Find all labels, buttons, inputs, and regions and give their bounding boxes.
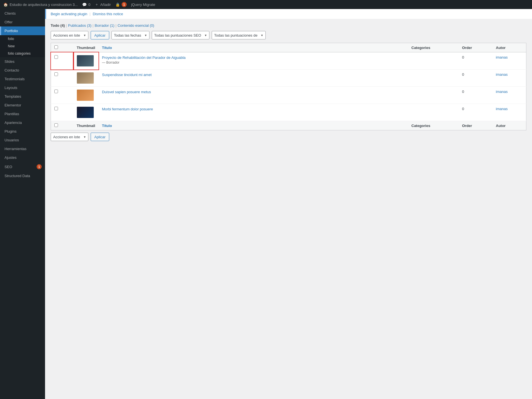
row-categories-cell: [408, 52, 459, 70]
table-row: Proyecto de Rehabilitación del Parador d…: [51, 52, 526, 70]
seo-scores-select[interactable]: Todas las puntuaciones SEO: [152, 31, 209, 39]
thumbnail-image: [77, 107, 94, 118]
author-link[interactable]: imanas: [496, 107, 508, 111]
row-order-cell: 0: [459, 104, 493, 121]
sidebar-item-apariencia[interactable]: Apariencia: [0, 118, 45, 127]
table-footer: Thumbnail Título Categories Order: [51, 121, 526, 130]
sidebar-item-testimonials[interactable]: Testimonials: [0, 75, 45, 83]
row-thumbnail-cell: [73, 70, 99, 87]
apply-button[interactable]: Aplicar: [91, 31, 109, 39]
col-footer-checkbox: [51, 121, 73, 130]
sidebar-item-new[interactable]: New: [0, 43, 45, 50]
row-checkbox[interactable]: [54, 107, 58, 110]
titulo-sort-link[interactable]: Título: [102, 46, 112, 50]
sidebar-item-elementor[interactable]: Elementor: [0, 101, 45, 110]
seo-scores-wrapper: Todas las puntuaciones SEO ▼: [152, 31, 209, 39]
filter-todo[interactable]: Todo (4): [51, 23, 65, 28]
select-all-footer-checkbox[interactable]: [54, 123, 58, 127]
author-link[interactable]: imanas: [496, 72, 508, 77]
sidebar-item-plugins[interactable]: Plugins: [0, 127, 45, 136]
site-name: Estudio de arquitectura y construccion 3…: [10, 3, 78, 7]
row-checkbox-cell: [51, 70, 73, 87]
sidebar-item-usuarios[interactable]: Usuarios: [0, 136, 45, 144]
table-row: Duisvel sapien posuere metus 0 imanas: [51, 87, 526, 104]
post-status: — Borrador: [102, 61, 119, 64]
sidebar-item-offer[interactable]: Offer: [0, 18, 45, 26]
sidebar-item-folio-categories[interactable]: folio categories: [0, 50, 45, 57]
row-thumbnail-cell: [73, 87, 99, 104]
sidebar-item-clients[interactable]: Clients: [0, 9, 45, 18]
sidebar-item-layouts[interactable]: Layouts: [0, 83, 45, 92]
author-link[interactable]: imanas: [496, 55, 508, 59]
post-title-link[interactable]: Proyecto de Rehabilitación del Parador d…: [102, 55, 185, 60]
col-header-autor: Autor: [493, 43, 526, 52]
thumbnail-image: [77, 90, 94, 101]
col-header-categories: Categories: [408, 43, 459, 52]
dismiss-notice-link[interactable]: Dismiss this notice: [93, 12, 123, 16]
row-title-cell: Suspendisse tincidunt mi amet: [99, 70, 408, 87]
post-title-link[interactable]: Duisvel sapien posuere metus: [102, 90, 151, 94]
tablenav-bottom: Acciones en lote ▼ Aplicar: [51, 133, 526, 141]
admin-bar: 🏠 Estudio de arquitectura y construccion…: [0, 0, 532, 9]
row-categories-cell: [408, 70, 459, 87]
adminbar-add[interactable]: ＋ Añadir: [95, 2, 111, 7]
col-footer-categories: Categories: [408, 121, 459, 130]
row-author-cell: imanas: [493, 104, 526, 121]
sidebar-item-folio[interactable]: folio: [0, 35, 45, 43]
sidebar-item-templates[interactable]: Templates: [0, 92, 45, 101]
sidebar-item-slides[interactable]: Slides: [0, 57, 45, 66]
filter-borrador[interactable]: Borrador (1): [95, 23, 114, 28]
thumbnail-image: [77, 72, 94, 84]
sidebar-item-contacto[interactable]: Contacto: [0, 66, 45, 75]
adminbar-comments[interactable]: 💬 0: [82, 3, 90, 7]
adminbar-home[interactable]: 🏠 Estudio de arquitectura y construccion…: [3, 3, 78, 7]
sidebar-item-portfolio[interactable]: Portfolio: [0, 26, 45, 35]
author-link[interactable]: imanas: [496, 90, 508, 94]
row-title-cell: Morbi fermentum dolor posuere: [99, 104, 408, 121]
titulo-sort-footer-link[interactable]: Título: [102, 124, 112, 128]
tablenav-top: Acciones en lote ▼ Aplicar Todas las fec…: [51, 31, 526, 39]
sidebar: Clients Offer Portfolio folio New folio …: [0, 9, 45, 399]
row-author-cell: imanas: [493, 87, 526, 104]
row-order-cell: 0: [459, 87, 493, 104]
row-author-cell: imanas: [493, 52, 526, 70]
row-checkbox[interactable]: [54, 72, 58, 76]
sidebar-item-ajustes[interactable]: Ajustes: [0, 153, 45, 162]
sidebar-item-plantillas[interactable]: Plantillas: [0, 110, 45, 118]
plugin-notice: Begin activating plugin | Dismiss this n…: [45, 9, 532, 19]
row-checkbox[interactable]: [54, 55, 58, 59]
select-all-checkbox[interactable]: [54, 45, 58, 49]
filter-publicados[interactable]: Publicados (3): [68, 23, 91, 28]
col-footer-titulo[interactable]: Título: [99, 121, 408, 130]
col-header-thumbnail: Thumbnail: [73, 43, 99, 52]
dates-select[interactable]: Todas las fechas: [111, 31, 149, 39]
col-header-titulo[interactable]: Título: [99, 43, 408, 52]
bulk-actions-bottom-wrapper: Acciones en lote ▼: [51, 133, 88, 141]
readability-select[interactable]: Todas las puntuaciones de: [212, 31, 266, 39]
post-title-link[interactable]: Morbi fermentum dolor posuere: [102, 107, 153, 111]
row-order-cell: 0: [459, 52, 493, 70]
row-checkbox[interactable]: [54, 90, 58, 93]
row-thumbnail-cell: [73, 52, 99, 70]
col-header-order: Order: [459, 43, 493, 52]
sidebar-item-herramientas[interactable]: Herramientas: [0, 144, 45, 153]
col-footer-order: Order: [459, 121, 493, 130]
table-body: Proyecto de Rehabilitación del Parador d…: [51, 52, 526, 121]
activate-plugin-link[interactable]: Begin activating plugin: [51, 12, 87, 16]
post-title-link[interactable]: Suspendisse tincidunt mi amet: [102, 73, 151, 77]
sidebar-item-structured-data[interactable]: Structured Data: [0, 171, 45, 180]
row-checkbox-cell: [51, 87, 73, 104]
col-footer-thumbnail: Thumbnail: [73, 121, 99, 130]
apply-bottom-button[interactable]: Aplicar: [91, 133, 109, 141]
row-title-cell: Duisvel sapien posuere metus: [99, 87, 408, 104]
adminbar-yoast[interactable]: 🔒 1: [115, 2, 127, 7]
sidebar-item-seo[interactable]: SEO 1: [0, 162, 45, 171]
yoast-badge: 1: [122, 2, 127, 7]
adminbar-plugin[interactable]: jQuery Migrate: [131, 3, 155, 7]
dates-wrapper: Todas las fechas ▼: [111, 31, 149, 39]
thumbnail-col-label: Thumbnail: [77, 46, 95, 50]
bulk-actions-select[interactable]: Acciones en lote: [51, 31, 88, 39]
home-icon: 🏠: [3, 3, 8, 7]
bulk-actions-bottom-select[interactable]: Acciones en lote: [51, 133, 88, 141]
filter-contenido[interactable]: Contenido esencial (0): [118, 23, 154, 28]
